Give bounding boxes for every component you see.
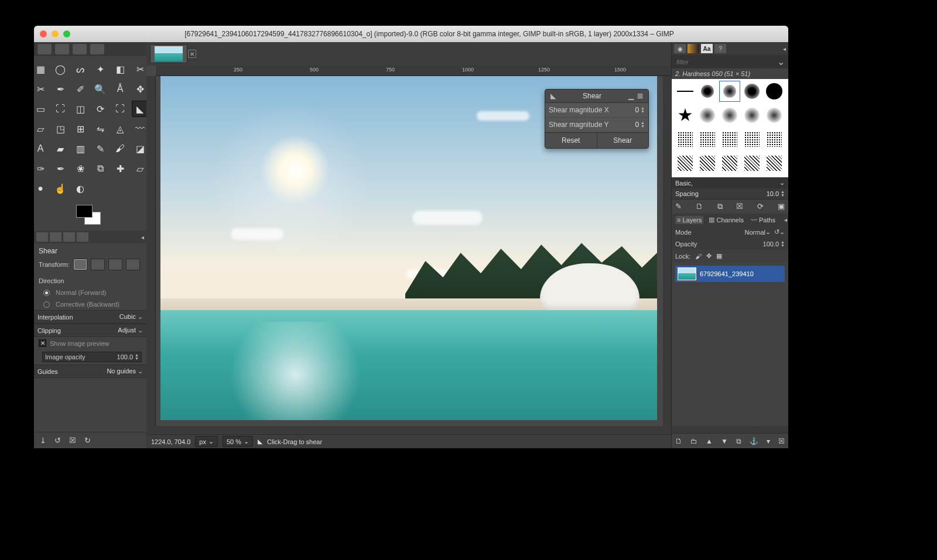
lower-layer-icon[interactable]: ▼ xyxy=(721,437,728,445)
edit-brush-icon[interactable]: ✎ xyxy=(675,202,682,211)
zoom-select[interactable]: 50 % ⌄ xyxy=(223,436,253,447)
brush-item[interactable] xyxy=(720,105,740,125)
color-picker-tool[interactable]: ✐ xyxy=(72,81,88,97)
preview-row[interactable]: ✕ Show image preview xyxy=(34,337,146,349)
brush-filter-input[interactable] xyxy=(675,58,777,66)
titlebar[interactable]: [67929641_2394106017294599_4417832776896… xyxy=(34,26,788,42)
channels-tab[interactable]: ▥ Channels xyxy=(707,215,745,224)
brush-item[interactable] xyxy=(697,105,717,125)
fg-color-swatch[interactable] xyxy=(76,205,93,218)
fuzzy-select-tool[interactable]: ✦ xyxy=(92,61,108,77)
foreground-select-tool[interactable]: ✂ xyxy=(32,81,49,97)
paths-tab[interactable]: 〰 Paths xyxy=(749,216,777,224)
brush-item[interactable] xyxy=(697,81,717,101)
airbrush-tool[interactable]: ✑ xyxy=(32,160,49,177)
restore-preset-icon[interactable]: ↺ xyxy=(54,436,61,445)
close-dialog-icon[interactable]: ⊠ xyxy=(635,92,645,100)
heal-tool[interactable]: ✚ xyxy=(112,160,128,177)
rect-select-tool[interactable]: ▦ xyxy=(32,61,49,77)
chevron-down-icon[interactable]: ⌄ xyxy=(777,56,785,67)
anchor-layer-icon[interactable]: ⚓ xyxy=(750,437,758,445)
by-color-select-tool[interactable]: ◧ xyxy=(112,61,128,77)
zoom-window-icon[interactable] xyxy=(63,30,70,37)
eraser-tool[interactable]: ◪ xyxy=(132,140,148,157)
canvas[interactable]: ◣ Shear ▁ ⊠ Shear magnitude X 0 ▲▼ Shear… xyxy=(156,76,663,426)
direction-corrective-row[interactable]: Corrective (Backward) xyxy=(34,298,146,310)
cage-tool[interactable]: ◬ xyxy=(112,121,128,137)
brush-item[interactable] xyxy=(675,105,695,125)
new-layer-icon[interactable]: 🗋 xyxy=(675,437,682,445)
guides-dropdown[interactable]: Guides No guides ⌄ xyxy=(34,365,146,378)
brush-item[interactable] xyxy=(675,129,695,149)
open-as-image-icon[interactable]: ▣ xyxy=(778,202,785,211)
dodge-tool[interactable]: ◐ xyxy=(72,180,88,197)
fonts-tab[interactable]: Aa xyxy=(701,44,713,53)
spacing-stepper[interactable]: ▲▼ xyxy=(781,190,785,197)
crop-tool[interactable]: ⛶ xyxy=(52,101,69,117)
move-tool[interactable]: ✥ xyxy=(132,81,148,97)
blur-tool[interactable]: ● xyxy=(32,180,49,197)
unified-transform-tool[interactable]: ◫ xyxy=(72,101,88,117)
reset-button[interactable]: Reset xyxy=(545,132,597,148)
color-swatches[interactable] xyxy=(34,201,146,231)
brush-item[interactable] xyxy=(697,129,717,149)
unit-select[interactable]: px ⌄ xyxy=(195,436,218,447)
transform-layer-button[interactable] xyxy=(73,259,87,270)
brush-item[interactable] xyxy=(764,81,784,101)
measure-tool[interactable]: Å xyxy=(112,81,128,97)
shear-x-stepper[interactable]: ▲▼ xyxy=(641,106,645,114)
brush-item[interactable] xyxy=(742,129,762,149)
radio-off-icon[interactable] xyxy=(43,301,50,308)
images-tab[interactable] xyxy=(77,232,88,242)
shear-dialog[interactable]: ◣ Shear ▁ ⊠ Shear magnitude X 0 ▲▼ Shear… xyxy=(545,89,649,149)
handle-transform-tool[interactable]: ⊞ xyxy=(72,121,88,137)
lock-alpha-icon[interactable]: ▦ xyxy=(716,252,722,260)
ink-tool[interactable]: ✒ xyxy=(52,160,69,177)
patterns-tab[interactable] xyxy=(688,44,699,53)
free-select-tool[interactable]: ᔕ xyxy=(72,61,88,77)
layer-opacity-stepper[interactable]: ▲▼ xyxy=(781,241,785,248)
shear-x-value[interactable]: 0 xyxy=(625,106,639,114)
close-tab-icon[interactable]: ✕ xyxy=(188,50,196,58)
layer-item[interactable]: 67929641_239410 xyxy=(675,266,785,282)
opacity-stepper[interactable]: ▲▼ xyxy=(135,353,139,360)
minimize-window-icon[interactable] xyxy=(52,30,59,37)
brush-item[interactable] xyxy=(764,105,784,125)
paintbrush-tool[interactable]: 🖌 xyxy=(112,140,128,157)
lock-pixels-icon[interactable]: 🖌 xyxy=(695,253,702,260)
brush-item[interactable] xyxy=(675,153,695,173)
align-tool[interactable]: ▭ xyxy=(32,101,49,117)
brush-item[interactable] xyxy=(742,105,762,125)
shear-y-stepper[interactable]: ▲▼ xyxy=(641,121,645,128)
new-group-icon[interactable]: 🗀 xyxy=(690,437,697,445)
brush-item[interactable] xyxy=(764,153,784,173)
transform-image-button[interactable] xyxy=(126,259,140,270)
merge-layer-icon[interactable]: ▾ xyxy=(767,437,770,445)
ruler-vertical[interactable] xyxy=(146,76,156,426)
dock-menu-icon[interactable]: ◂ xyxy=(141,234,144,241)
close-window-icon[interactable] xyxy=(40,30,47,37)
dock-menu-icon[interactable]: ◂ xyxy=(783,46,786,52)
delete-brush-icon[interactable]: ☒ xyxy=(736,202,743,211)
flip-tool[interactable]: ⇋ xyxy=(92,121,108,137)
dock-menu-icon[interactable]: ◂ xyxy=(784,217,787,223)
tool-options-tab[interactable] xyxy=(36,232,48,242)
clipping-dropdown[interactable]: Clipping Adjust ⌄ xyxy=(34,324,146,337)
rotate-tool[interactable]: ⟳ xyxy=(92,101,108,117)
brush-item[interactable] xyxy=(764,129,784,149)
warp-tool[interactable]: 〰 xyxy=(132,121,148,137)
bucket-fill-tool[interactable]: ▰ xyxy=(52,140,69,157)
layers-tab[interactable]: ≡ Layers xyxy=(675,216,703,224)
shear-tool[interactable]: ◣ xyxy=(132,101,148,117)
mode-switch-icon[interactable]: ↺ xyxy=(774,228,779,236)
checkbox-checked-icon[interactable]: ✕ xyxy=(39,339,46,347)
brush-item[interactable] xyxy=(742,153,762,173)
shear-y-value[interactable]: 0 xyxy=(625,121,639,129)
undo-history-tab[interactable] xyxy=(63,232,75,242)
iscissors-tool[interactable]: ✂ xyxy=(132,61,148,77)
scale-tool[interactable]: ⛶ xyxy=(112,101,128,117)
ellipse-select-tool[interactable]: ◯ xyxy=(52,61,69,77)
chevron-down-icon[interactable]: ⌄ xyxy=(779,228,785,236)
brush-item-selected[interactable] xyxy=(720,81,740,101)
mypaint-tool[interactable]: ❀ xyxy=(72,160,88,177)
